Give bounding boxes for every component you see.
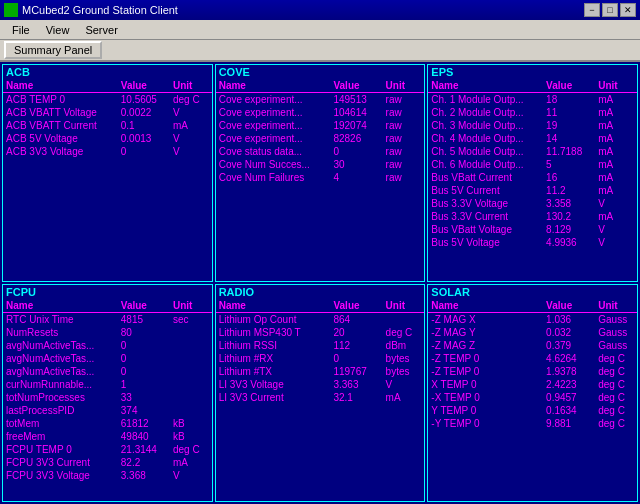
cell-value: 149513 [330, 93, 382, 107]
cell-name: Cove Num Succes... [216, 158, 331, 171]
table-row: X TEMP 02.4223deg C [428, 378, 637, 391]
cell-value: 10.5605 [118, 93, 170, 107]
cell-unit [170, 352, 212, 365]
cell-value: 32.1 [330, 391, 382, 404]
panel-acb-title: ACB [3, 65, 212, 79]
cell-value: 82.2 [118, 456, 170, 469]
cell-name: -Y TEMP 0 [428, 417, 543, 430]
cell-value: 1.9378 [543, 365, 595, 378]
cell-unit: mA [595, 158, 637, 171]
table-row: LI 3V3 Voltage3.363V [216, 378, 425, 391]
table-row: Lithium MSP430 T20deg C [216, 326, 425, 339]
panel-fcpu-table: Name Value Unit RTC Unix Time4815secNumR… [3, 299, 212, 482]
cell-name: Y TEMP 0 [428, 404, 543, 417]
cell-value: 0 [118, 145, 170, 158]
cell-unit: deg C [595, 365, 637, 378]
cell-value: 130.2 [543, 210, 595, 223]
cell-unit [170, 404, 212, 417]
cell-name: Bus 3.3V Current [428, 210, 543, 223]
table-row: FCPU TEMP 021.3144deg C [3, 443, 212, 456]
cell-name: ACB TEMP 0 [3, 93, 118, 107]
table-row: avgNumActiveTas...0 [3, 352, 212, 365]
cell-unit: bytes [383, 365, 425, 378]
summary-panel-button[interactable]: Summary Panel [4, 41, 102, 59]
cell-value: 16 [543, 171, 595, 184]
cell-name: Cove experiment... [216, 132, 331, 145]
cell-unit: mA [595, 119, 637, 132]
cell-unit [170, 339, 212, 352]
table-row: -Z MAG Z0.379Gauss [428, 339, 637, 352]
panel-cove-table: Name Value Unit Cove experiment...149513… [216, 79, 425, 184]
table-row: Bus VBatt Voltage8.129V [428, 223, 637, 236]
cell-name: freeMem [3, 430, 118, 443]
acb-header-unit: Unit [170, 79, 212, 93]
cell-name: Bus VBatt Voltage [428, 223, 543, 236]
table-row: Lithium #RX0bytes [216, 352, 425, 365]
table-row: Cove experiment...192074raw [216, 119, 425, 132]
table-row: Cove Num Failures4raw [216, 171, 425, 184]
cell-name: NumResets [3, 326, 118, 339]
cell-value: 20 [330, 326, 382, 339]
cove-header-unit: Unit [383, 79, 425, 93]
panel-eps: EPS Name Value Unit Ch. 1 Module Outp...… [427, 64, 638, 282]
cell-unit: bytes [383, 352, 425, 365]
radio-header-value: Value [330, 299, 382, 313]
solar-header-name: Name [428, 299, 543, 313]
cell-unit: deg C [595, 391, 637, 404]
cell-unit: mA [595, 145, 637, 158]
cell-value: 4.9936 [543, 236, 595, 249]
cell-unit: V [170, 132, 212, 145]
cell-name: -Z MAG Y [428, 326, 543, 339]
menu-server[interactable]: Server [77, 22, 125, 38]
menu-view[interactable]: View [38, 22, 78, 38]
menu-file[interactable]: File [4, 22, 38, 38]
table-row: totMem61812kB [3, 417, 212, 430]
table-row: Ch. 3 Module Outp...19mA [428, 119, 637, 132]
table-row: Ch. 5 Module Outp...11.7188mA [428, 145, 637, 158]
cell-name: Bus 3.3V Voltage [428, 197, 543, 210]
cell-value: 0 [118, 352, 170, 365]
cell-name: -Z TEMP 0 [428, 365, 543, 378]
minimize-button[interactable]: − [584, 3, 600, 17]
acb-header-value: Value [118, 79, 170, 93]
maximize-button[interactable]: □ [602, 3, 618, 17]
table-row: Lithium Op Count864 [216, 313, 425, 327]
table-row: Ch. 4 Module Outp...14mA [428, 132, 637, 145]
cell-unit: mA [595, 171, 637, 184]
solar-header-unit: Unit [595, 299, 637, 313]
cell-name: Cove status data... [216, 145, 331, 158]
table-row: freeMem49840kB [3, 430, 212, 443]
table-row: Cove Num Succes...30raw [216, 158, 425, 171]
cell-name: Ch. 6 Module Outp... [428, 158, 543, 171]
table-row: -Z TEMP 01.9378deg C [428, 365, 637, 378]
table-row: -X TEMP 00.9457deg C [428, 391, 637, 404]
cell-value: 119767 [330, 365, 382, 378]
table-row: Lithium #TX119767bytes [216, 365, 425, 378]
cell-value: 21.3144 [118, 443, 170, 456]
cell-unit: raw [383, 145, 425, 158]
table-row: avgNumActiveTas...0 [3, 365, 212, 378]
table-row: -Z TEMP 04.6264deg C [428, 352, 637, 365]
cell-name: Cove experiment... [216, 93, 331, 107]
cell-unit: Gauss [595, 313, 637, 327]
close-button[interactable]: ✕ [620, 3, 636, 17]
cell-name: LI 3V3 Voltage [216, 378, 331, 391]
acb-header-name: Name [3, 79, 118, 93]
cell-name: Lithium #RX [216, 352, 331, 365]
table-row: ACB VBATT Voltage0.0022V [3, 106, 212, 119]
cell-unit: sec [170, 313, 212, 327]
cell-name: ACB VBATT Voltage [3, 106, 118, 119]
title-bar: MCubed2 Ground Station Client − □ ✕ [0, 0, 640, 20]
cell-value: 11.2 [543, 184, 595, 197]
cell-unit [170, 391, 212, 404]
cell-unit: deg C [595, 417, 637, 430]
cell-unit: raw [383, 93, 425, 107]
table-row: Y TEMP 00.1634deg C [428, 404, 637, 417]
table-row: totNumProcesses33 [3, 391, 212, 404]
cell-unit: mA [595, 210, 637, 223]
window-title: MCubed2 Ground Station Client [22, 4, 178, 16]
cell-name: totMem [3, 417, 118, 430]
cell-unit: deg C [595, 352, 637, 365]
cell-value: 3.358 [543, 197, 595, 210]
cell-name: avgNumActiveTas... [3, 352, 118, 365]
